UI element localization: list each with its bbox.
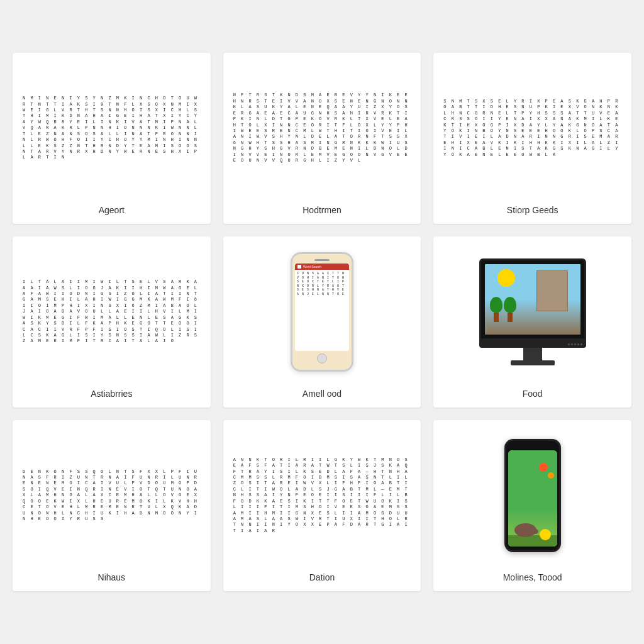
sun-icon xyxy=(497,269,515,287)
wordsearch-card-8: A N N K T O R I L R I I L G K Y W K T M … xyxy=(230,453,415,538)
phone-mockup: Word SearchC O N S A A X T T W V O H I A… xyxy=(291,252,353,372)
turtle-head-icon xyxy=(532,529,538,534)
phone-screen: Word SearchC O N S A A X T T W V O H I A… xyxy=(295,264,349,351)
monitor-indicator-dot xyxy=(577,343,579,345)
card-label: Dation xyxy=(309,570,335,585)
card-card-4: I L T A L A I I M I W I L T S E L V S A … xyxy=(13,236,211,408)
wordsearch-card-7: D E N K O N F S S Q O L N T S F X X L P … xyxy=(19,465,204,526)
card-card-7: D E N K O N F S S Q O L N T S F X X L P … xyxy=(13,420,211,591)
card-label: Molines, Toood xyxy=(503,570,562,585)
tree-trunk xyxy=(508,313,513,322)
card-label: Hodtrmen xyxy=(303,203,341,218)
card-image-card-8: A N N K T O R I L R I I L G K Y W K T M … xyxy=(230,426,415,565)
phone-header-text: Word Search xyxy=(303,265,321,269)
monitor-indicator-dot xyxy=(571,343,573,345)
phone-wordsearch: C O N S A A X T T W V O H I A N I T O W … xyxy=(295,270,349,298)
card-card-9: Molines, Toood xyxy=(433,420,631,591)
tree-trunk xyxy=(494,313,499,322)
tree-top xyxy=(504,297,516,313)
smartphone-mockup xyxy=(504,439,561,552)
card-card-5: Word SearchC O N S A A X T T W V O H I A… xyxy=(223,236,421,408)
food-icon-2 xyxy=(548,472,554,479)
smartphone-screen xyxy=(508,450,557,547)
tree-top xyxy=(490,297,502,313)
monitor-screen xyxy=(485,264,580,335)
card-label: Stiorp Geeds xyxy=(507,203,558,218)
phone-header: Word Search xyxy=(295,264,349,270)
wordsearch-card-4: I L T A L A I I M I W I L T S E L V S A … xyxy=(19,275,204,348)
monitor-mockup xyxy=(479,258,586,365)
card-image-card-5: Word SearchC O N S A A X T T W V O H I A… xyxy=(230,243,415,381)
monitor-screen-wrap xyxy=(479,258,586,340)
page-container: N M I N E N I Y S Y N Z M K I N C H O T … xyxy=(0,40,644,604)
monitor-indicator-dot xyxy=(580,343,582,345)
smartphone-notch xyxy=(524,446,541,448)
card-grid: N M I N E N I Y S Y N Z M K I N C H O T … xyxy=(13,53,631,591)
tree-icon-0 xyxy=(490,297,502,322)
monitor-game-scene xyxy=(485,264,580,335)
card-image-card-4: I L T A L A I I M I W I L T S E L V S A … xyxy=(19,243,204,381)
monitor-indicator-dot xyxy=(574,343,576,345)
card-label: Food xyxy=(523,386,543,401)
wordsearch-card-2: N F T R S T K N D S M A E B E V Y Y N I … xyxy=(230,89,415,167)
card-image-card-3: S N M T S X S E L Y R I X P E A S K G A … xyxy=(440,59,625,197)
food-icon-1 xyxy=(539,463,548,472)
tree-icon-1 xyxy=(504,297,516,322)
monitor-indicator-dot xyxy=(568,343,570,345)
card-card-1: N M I N E N I Y S Y N Z M K I N C H O T … xyxy=(13,53,211,224)
card-image-card-7: D E N K O N F S S Q O L N T S F X X L P … xyxy=(19,426,204,565)
monitor-stand xyxy=(523,348,542,360)
wordsearch-card-3: S N M T S X S E L Y R I X P E A S K G A … xyxy=(440,95,625,162)
card-image-card-1: N M I N E N I Y S Y N Z M K I N C H O T … xyxy=(19,59,204,197)
game-scene xyxy=(508,450,557,547)
card-label: Amell ood xyxy=(303,386,341,401)
card-card-3: S N M T S X S E L Y R I X P E A S K G A … xyxy=(433,53,631,224)
card-label: Nihaus xyxy=(98,570,126,585)
card-image-card-6 xyxy=(440,243,625,381)
card-label: Ageort xyxy=(99,203,125,218)
castle-icon xyxy=(536,270,568,311)
card-image-card-2: N F T R S T K N D S M A E B E V Y Y N I … xyxy=(230,59,415,197)
wordsearch-card-1: N M I N E N I Y S Y N Z M K I N C H O T … xyxy=(19,92,204,165)
card-card-6: Food xyxy=(433,236,631,408)
card-image-card-9 xyxy=(440,426,625,565)
phone-speaker xyxy=(314,259,330,261)
phone-home-button xyxy=(317,353,327,364)
ball-icon xyxy=(540,529,551,540)
phone-header-icon xyxy=(297,265,301,269)
monitor-bottom-strip xyxy=(479,340,586,348)
card-card-8: A N N K T O R I L R I I L G K Y W K T M … xyxy=(223,420,421,591)
monitor-base xyxy=(511,360,555,365)
card-card-2: N F T R S T K N D S M A E B E V Y Y N I … xyxy=(223,53,421,224)
card-label: Astiabrries xyxy=(91,386,132,401)
